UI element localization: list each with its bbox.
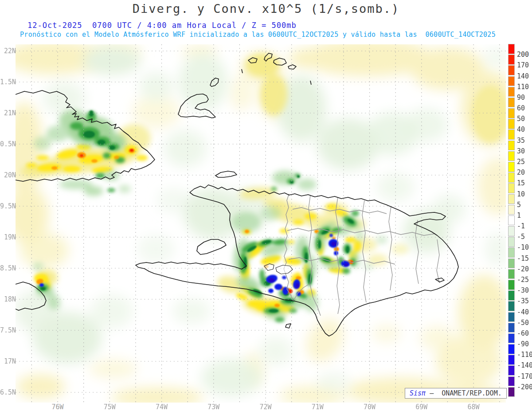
colorbar-segment	[508, 141, 515, 151]
colorbar-tick-label: -110	[517, 351, 532, 359]
colorbar-segment	[508, 44, 515, 54]
lon-label: 71W	[303, 403, 332, 411]
colorbar-tick-label: -30	[517, 286, 529, 294]
colorbar-segment	[508, 172, 515, 183]
colorbar-segment	[508, 119, 515, 129]
colorbar-segment	[508, 312, 515, 322]
lat-label: 7.5N	[0, 326, 16, 334]
credit-box: Sisπ – ONAMET/REP.DOM.	[405, 388, 507, 399]
lon-label: 76W	[43, 403, 72, 411]
lon-label: 75W	[95, 403, 124, 411]
colorbar-tick-label: -40	[517, 308, 529, 316]
lon-label: 73W	[200, 403, 228, 411]
colorbar-tick-label: 110	[517, 83, 529, 91]
colorbar-tick-label: 60	[517, 104, 525, 112]
lat-label: 17N	[0, 357, 16, 365]
credit-brand: Sisπ	[410, 389, 426, 397]
colorbar-segment	[508, 269, 515, 279]
colorbar-segment	[508, 323, 515, 333]
colorbar-tick-label: -1	[517, 222, 525, 230]
credit-dash: –	[430, 389, 434, 397]
lon-label: 69W	[407, 403, 436, 411]
colorbar-tick-label: 35	[517, 137, 525, 145]
colorbar-segment	[508, 87, 515, 97]
colorbar-tick-label: -140	[517, 361, 532, 369]
colorbar-segment	[508, 129, 515, 140]
lon-label: 72W	[251, 403, 280, 411]
page-title: Diverg. y Conv. x10^5 (1/s,somb.)	[0, 2, 532, 16]
colorbar-tick-label: 15	[517, 179, 525, 187]
colorbar-segment	[508, 226, 515, 236]
colorbar-segment	[508, 183, 515, 193]
colorbar-tick-label: 25	[517, 158, 525, 166]
colorbar-tick-label: -10	[517, 243, 529, 251]
lat-label: 9.5N	[0, 202, 16, 210]
colorbar-segment	[508, 65, 515, 75]
map-canvas	[0, 0, 532, 411]
colorbar-segment	[508, 344, 515, 354]
subtitle-datetime: 12-Oct-2025 0700 UTC / 4:00 am Hora Loca…	[27, 21, 297, 30]
colorbar-tick-label: 140	[517, 72, 529, 80]
lon-label: 74W	[148, 403, 176, 411]
colorbar-tick-label: 170	[517, 61, 529, 69]
colorbar-segment	[508, 205, 515, 215]
lat-label: 6.5N	[0, 388, 16, 396]
lon-label: 68W	[459, 403, 488, 411]
colorbar-segment	[508, 301, 515, 311]
colorbar-segment	[508, 55, 515, 65]
weather-map-figure: Diverg. y Conv. x10^5 (1/s,somb.) 12-Oct…	[0, 0, 532, 411]
lat-label: 20N	[0, 171, 16, 179]
colorbar-segment	[508, 98, 515, 108]
colorbar-tick-label: 40	[517, 125, 525, 133]
colorbar-tick-label: 30	[517, 147, 525, 155]
colorbar-tick-label: -35	[517, 297, 529, 305]
lon-label: 70W	[356, 403, 384, 411]
colorbar-tick-label: -50	[517, 319, 529, 327]
colorbar-segment	[508, 280, 515, 290]
colorbar-tick-label: 90	[517, 94, 525, 102]
colorbar-tick-label: -200	[517, 383, 532, 391]
colorbar-segment	[508, 151, 515, 161]
colorbar-segment	[508, 333, 515, 344]
colorbar-tick-label: -60	[517, 329, 529, 337]
colorbar-segment	[508, 108, 515, 118]
lat-label: 22N	[0, 47, 16, 55]
colorbar-segment	[508, 194, 515, 204]
credit-org: ONAMET/REP.DOM.	[442, 389, 501, 397]
colorbar-segment	[508, 162, 515, 172]
colorbar-segment	[508, 215, 515, 226]
colorbar-segment	[508, 258, 515, 269]
colorbar-tick-label: 10	[517, 190, 525, 198]
lat-label: 18N	[0, 295, 16, 303]
colorbar-segment	[508, 387, 515, 397]
colorbar-tick-label: 50	[517, 115, 525, 123]
lat-label: 21N	[0, 109, 16, 117]
colorbar-segment	[508, 355, 515, 365]
colorbar-tick-label: -25	[517, 276, 529, 284]
colorbar-tick-label: -90	[517, 340, 529, 348]
lat-label: 0.5N	[0, 140, 16, 148]
colorbar-segment	[508, 76, 515, 86]
colorbar-segment	[508, 290, 515, 301]
subtitle-model: Pronóstico con el Modelo Atmósferico WRF…	[20, 31, 496, 39]
colorbar-tick-label: 200	[517, 51, 529, 59]
lat-label: 1.5N	[0, 78, 16, 86]
colorbar-tick-label: 5	[517, 201, 521, 209]
colorbar-tick-label: 1	[517, 211, 521, 219]
colorbar-tick-label: -5	[517, 233, 525, 241]
colorbar-segment	[508, 365, 515, 376]
colorbar-segment	[508, 237, 515, 247]
colorbar-segment	[508, 376, 515, 387]
colorbar-tick-label: -170	[517, 372, 532, 380]
colorbar-segment	[508, 247, 515, 258]
colorbar-tick-label: 20	[517, 168, 525, 176]
colorbar-tick-label: -15	[517, 254, 529, 262]
lat-label: 19N	[0, 233, 16, 241]
colorbar-tick-label: -20	[517, 265, 529, 273]
lat-label: 8.5N	[0, 264, 16, 272]
